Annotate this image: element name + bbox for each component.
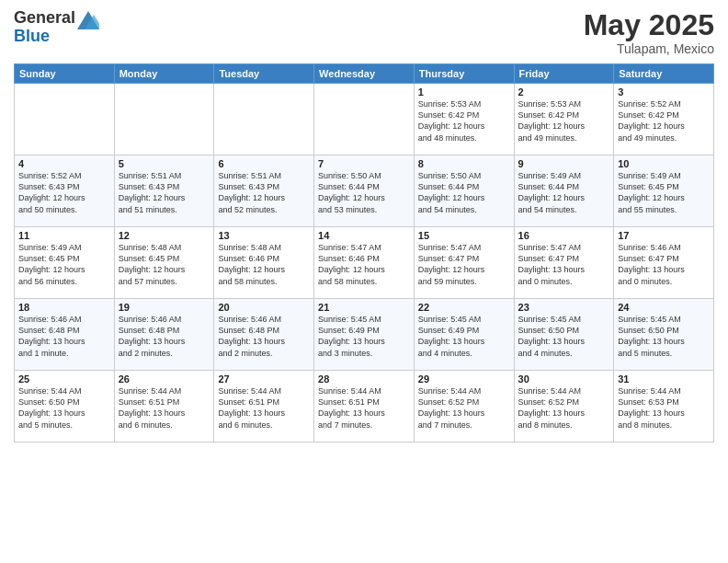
calendar-week-row: 1Sunrise: 5:53 AM Sunset: 6:42 PM Daylig…	[15, 84, 714, 155]
day-info: Sunrise: 5:46 AM Sunset: 6:48 PM Dayligh…	[18, 314, 110, 359]
day-number: 9	[518, 158, 610, 169]
day-number: 8	[418, 158, 510, 169]
day-info: Sunrise: 5:52 AM Sunset: 6:43 PM Dayligh…	[18, 170, 110, 215]
calendar-day-cell	[114, 84, 214, 155]
calendar-day-cell: 7Sunrise: 5:50 AM Sunset: 6:44 PM Daylig…	[314, 155, 415, 227]
calendar-day-cell: 1Sunrise: 5:53 AM Sunset: 6:42 PM Daylig…	[414, 84, 514, 155]
calendar-day-cell: 2Sunrise: 5:53 AM Sunset: 6:42 PM Daylig…	[514, 84, 614, 155]
calendar-day-cell: 29Sunrise: 5:44 AM Sunset: 6:52 PM Dayli…	[414, 371, 514, 442]
calendar-week-row: 25Sunrise: 5:44 AM Sunset: 6:50 PM Dayli…	[15, 371, 714, 442]
day-number: 15	[418, 230, 510, 241]
day-info: Sunrise: 5:53 AM Sunset: 6:42 PM Dayligh…	[418, 98, 510, 144]
logo-blue: Blue	[14, 28, 75, 46]
day-number: 20	[218, 302, 310, 313]
day-info: Sunrise: 5:44 AM Sunset: 6:51 PM Dayligh…	[218, 385, 310, 431]
calendar-day-header: Sunday	[15, 64, 115, 84]
calendar-day-cell: 16Sunrise: 5:47 AM Sunset: 6:47 PM Dayli…	[514, 227, 614, 299]
day-info: Sunrise: 5:44 AM Sunset: 6:50 PM Dayligh…	[18, 385, 110, 431]
day-number: 21	[318, 302, 410, 313]
day-info: Sunrise: 5:49 AM Sunset: 6:44 PM Dayligh…	[518, 170, 610, 215]
day-number: 25	[18, 373, 110, 385]
calendar-day-cell: 28Sunrise: 5:44 AM Sunset: 6:51 PM Dayli…	[314, 371, 415, 442]
calendar-day-cell: 11Sunrise: 5:49 AM Sunset: 6:45 PM Dayli…	[15, 227, 115, 299]
calendar-day-header: Thursday	[414, 64, 514, 84]
day-info: Sunrise: 5:49 AM Sunset: 6:45 PM Dayligh…	[618, 170, 710, 215]
calendar-day-header: Wednesday	[314, 64, 415, 84]
day-info: Sunrise: 5:47 AM Sunset: 6:47 PM Dayligh…	[418, 242, 510, 287]
day-info: Sunrise: 5:44 AM Sunset: 6:51 PM Dayligh…	[119, 385, 210, 431]
day-number: 30	[518, 373, 610, 385]
day-info: Sunrise: 5:44 AM Sunset: 6:52 PM Dayligh…	[418, 385, 510, 431]
calendar-day-cell: 8Sunrise: 5:50 AM Sunset: 6:44 PM Daylig…	[414, 155, 514, 227]
day-number: 10	[618, 158, 710, 169]
calendar-day-cell: 5Sunrise: 5:51 AM Sunset: 6:43 PM Daylig…	[114, 155, 214, 227]
day-number: 12	[119, 230, 210, 241]
day-info: Sunrise: 5:53 AM Sunset: 6:42 PM Dayligh…	[518, 98, 610, 144]
calendar-header-row: SundayMondayTuesdayWednesdayThursdayFrid…	[15, 64, 714, 84]
calendar-day-cell: 31Sunrise: 5:44 AM Sunset: 6:53 PM Dayli…	[614, 371, 714, 442]
page: General Blue May 2025 Tulapam, Mexico Su…	[0, 0, 728, 563]
calendar-day-header: Friday	[514, 64, 614, 84]
calendar-day-cell: 13Sunrise: 5:48 AM Sunset: 6:46 PM Dayli…	[214, 227, 314, 299]
day-number: 18	[18, 302, 110, 313]
location: Tulapam, Mexico	[584, 41, 714, 56]
calendar-week-row: 11Sunrise: 5:49 AM Sunset: 6:45 PM Dayli…	[15, 227, 714, 299]
day-number: 29	[418, 373, 510, 385]
day-info: Sunrise: 5:45 AM Sunset: 6:50 PM Dayligh…	[518, 314, 610, 359]
logo-general: General	[14, 9, 75, 28]
day-info: Sunrise: 5:44 AM Sunset: 6:52 PM Dayligh…	[518, 385, 610, 431]
calendar-day-cell: 26Sunrise: 5:44 AM Sunset: 6:51 PM Dayli…	[114, 371, 214, 442]
day-number: 19	[119, 302, 210, 313]
calendar-day-cell	[15, 84, 115, 155]
calendar-day-cell: 22Sunrise: 5:45 AM Sunset: 6:49 PM Dayli…	[414, 299, 514, 371]
calendar-day-cell: 18Sunrise: 5:46 AM Sunset: 6:48 PM Dayli…	[15, 299, 115, 371]
day-number: 27	[218, 373, 310, 385]
calendar-day-header: Tuesday	[214, 64, 314, 84]
calendar-day-cell: 25Sunrise: 5:44 AM Sunset: 6:50 PM Dayli…	[15, 371, 115, 442]
day-number: 4	[18, 158, 110, 169]
day-info: Sunrise: 5:45 AM Sunset: 6:49 PM Dayligh…	[418, 314, 510, 359]
day-number: 22	[418, 302, 510, 313]
day-number: 13	[218, 230, 310, 241]
day-number: 14	[318, 230, 410, 241]
day-info: Sunrise: 5:46 AM Sunset: 6:48 PM Dayligh…	[218, 314, 310, 359]
day-info: Sunrise: 5:44 AM Sunset: 6:53 PM Dayligh…	[618, 385, 710, 431]
day-number: 23	[518, 302, 610, 313]
calendar-day-cell: 15Sunrise: 5:47 AM Sunset: 6:47 PM Dayli…	[414, 227, 514, 299]
day-info: Sunrise: 5:50 AM Sunset: 6:44 PM Dayligh…	[318, 170, 410, 215]
day-number: 7	[318, 158, 410, 169]
calendar-day-cell: 3Sunrise: 5:52 AM Sunset: 6:42 PM Daylig…	[614, 84, 714, 155]
day-info: Sunrise: 5:47 AM Sunset: 6:47 PM Dayligh…	[518, 242, 610, 287]
calendar-day-cell: 30Sunrise: 5:44 AM Sunset: 6:52 PM Dayli…	[514, 371, 614, 442]
month-title: May 2025	[584, 9, 714, 41]
day-number: 5	[119, 158, 210, 169]
calendar-day-header: Saturday	[614, 64, 714, 84]
day-info: Sunrise: 5:48 AM Sunset: 6:45 PM Dayligh…	[119, 242, 210, 287]
calendar: SundayMondayTuesdayWednesdayThursdayFrid…	[14, 63, 714, 442]
title-block: May 2025 Tulapam, Mexico	[584, 9, 714, 56]
day-info: Sunrise: 5:45 AM Sunset: 6:50 PM Dayligh…	[618, 314, 710, 359]
calendar-day-cell: 19Sunrise: 5:46 AM Sunset: 6:48 PM Dayli…	[114, 299, 214, 371]
day-number: 24	[618, 302, 710, 313]
calendar-day-cell: 27Sunrise: 5:44 AM Sunset: 6:51 PM Dayli…	[214, 371, 314, 442]
calendar-day-cell: 10Sunrise: 5:49 AM Sunset: 6:45 PM Dayli…	[614, 155, 714, 227]
day-info: Sunrise: 5:45 AM Sunset: 6:49 PM Dayligh…	[318, 314, 410, 359]
day-number: 6	[218, 158, 310, 169]
day-number: 16	[518, 230, 610, 241]
calendar-day-cell: 4Sunrise: 5:52 AM Sunset: 6:43 PM Daylig…	[15, 155, 115, 227]
day-number: 2	[518, 86, 610, 98]
calendar-day-cell: 17Sunrise: 5:46 AM Sunset: 6:47 PM Dayli…	[614, 227, 714, 299]
day-number: 1	[418, 86, 510, 98]
day-info: Sunrise: 5:51 AM Sunset: 6:43 PM Dayligh…	[119, 170, 210, 215]
day-number: 17	[618, 230, 710, 241]
calendar-day-cell: 21Sunrise: 5:45 AM Sunset: 6:49 PM Dayli…	[314, 299, 415, 371]
day-info: Sunrise: 5:46 AM Sunset: 6:47 PM Dayligh…	[618, 242, 710, 287]
day-number: 31	[618, 373, 710, 385]
calendar-day-cell: 20Sunrise: 5:46 AM Sunset: 6:48 PM Dayli…	[214, 299, 314, 371]
day-number: 3	[618, 86, 710, 98]
day-info: Sunrise: 5:46 AM Sunset: 6:48 PM Dayligh…	[119, 314, 210, 359]
day-info: Sunrise: 5:47 AM Sunset: 6:46 PM Dayligh…	[318, 242, 410, 287]
calendar-day-cell	[314, 84, 415, 155]
calendar-day-cell: 9Sunrise: 5:49 AM Sunset: 6:44 PM Daylig…	[514, 155, 614, 227]
calendar-day-cell: 6Sunrise: 5:51 AM Sunset: 6:43 PM Daylig…	[214, 155, 314, 227]
